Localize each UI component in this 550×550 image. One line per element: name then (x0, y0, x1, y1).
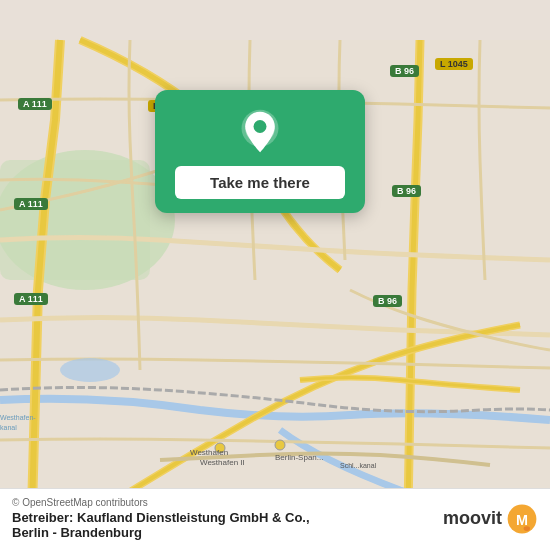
svg-text:Berlin-Span...: Berlin-Span... (275, 453, 323, 462)
svg-text:Westhafen II: Westhafen II (200, 458, 245, 467)
svg-text:Schl...kanal: Schl...kanal (340, 462, 377, 469)
svg-text:Westhafen: Westhafen (190, 448, 228, 457)
road-badge-l1045: L 1045 (435, 58, 473, 70)
road-badge-b96-1: B 96 (390, 65, 419, 77)
attribution-text: © OpenStreetMap contributors (12, 497, 310, 508)
road-badge-a111-1: A 111 (18, 98, 52, 110)
take-me-there-button[interactable]: Take me there (175, 166, 345, 199)
moovit-logo: moovit M (443, 503, 538, 535)
svg-text:M: M (516, 511, 528, 527)
svg-text:kanal: kanal (0, 424, 17, 431)
bottom-bar: © OpenStreetMap contributors Betreiber: … (0, 488, 550, 550)
location-card: Take me there (155, 90, 365, 213)
svg-point-15 (254, 120, 267, 133)
map-container: Westhafen II Westhafen Berlin-Span... Sc… (0, 0, 550, 550)
moovit-brand-icon: M (506, 503, 538, 535)
svg-text:Westhafen-: Westhafen- (0, 414, 36, 421)
map-svg: Westhafen II Westhafen Berlin-Span... Sc… (0, 0, 550, 550)
bottom-info: © OpenStreetMap contributors Betreiber: … (12, 497, 310, 540)
pin-icon (236, 108, 284, 156)
location-name: Betreiber: Kaufland Dienstleistung GmbH … (12, 510, 310, 540)
svg-point-5 (275, 440, 285, 450)
svg-point-18 (524, 526, 530, 531)
road-badge-a111-2: A 111 (14, 198, 48, 210)
svg-point-3 (60, 358, 120, 382)
road-badge-b96-2: B 96 (392, 185, 421, 197)
road-badge-b96-3: B 96 (373, 295, 402, 307)
road-badge-a111-3: A 111 (14, 293, 48, 305)
moovit-text: moovit (443, 508, 502, 529)
